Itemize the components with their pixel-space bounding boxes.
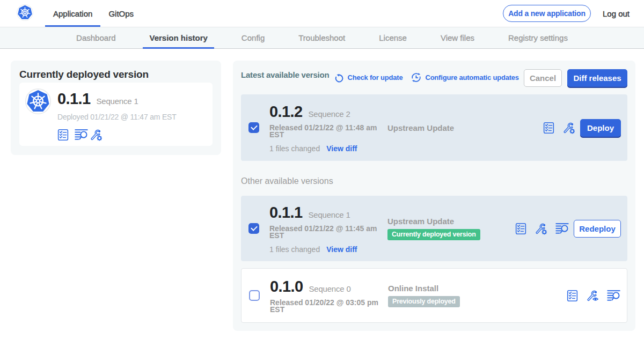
deployed-timestamp: Deployed 01/21/22 @ 11:47 am EST	[57, 113, 177, 121]
version-number: 0.1.0	[270, 279, 303, 294]
version-sequence: Sequence 0	[309, 284, 351, 293]
tab-gitops[interactable]: GitOps	[100, 0, 142, 27]
deploy-logs-icon[interactable]	[75, 129, 88, 141]
deployed-panel-title: Currently deployed version	[19, 68, 213, 79]
view-config-icon[interactable]	[586, 289, 599, 302]
subnav-tab-registry-settings[interactable]: Registry settings	[502, 27, 574, 48]
view-diff-link[interactable]: View diff	[326, 245, 357, 254]
edit-config-icon[interactable]	[90, 128, 103, 141]
deployed-sequence: Sequence 1	[97, 97, 138, 106]
subnav-tab-license[interactable]: License	[372, 27, 413, 48]
configure-updates-link[interactable]: Configure automatic updates	[411, 72, 518, 83]
version-checkbox[interactable]	[248, 122, 259, 133]
version-source: Upstream Update	[387, 217, 515, 226]
tab-application[interactable]: Application	[45, 0, 100, 27]
version-number: 0.1.1	[269, 205, 303, 220]
active-tab-underline	[45, 25, 100, 27]
subnav-tab-config[interactable]: Config	[235, 27, 271, 48]
app-logo	[25, 88, 51, 114]
edit-config-icon[interactable]	[562, 121, 575, 134]
version-row-0.1.1: 0.1.1 Sequence 1 Released 01/21/22 @ 11:…	[241, 196, 627, 261]
kubernetes-logo	[17, 4, 33, 21]
version-sequence: Sequence 2	[309, 109, 350, 119]
version-row-0.1.2: 0.1.2 Sequence 2 Released 01/21/22 @ 11:…	[241, 94, 627, 161]
version-history-panel: Latest available version Check for updat…	[233, 61, 635, 331]
preflight-checks-icon[interactable]	[543, 122, 554, 134]
version-number: 0.1.2	[269, 104, 303, 120]
subnav-tab-troubleshoot[interactable]: Troubleshoot	[292, 27, 352, 48]
currently-deployed-badge: Currently deployed version	[387, 229, 480, 240]
deploy-logs-icon[interactable]	[607, 290, 620, 302]
latest-version-title: Latest available version	[241, 69, 329, 79]
subnav-tab-dashboard[interactable]: Dashboard	[70, 27, 122, 48]
deploy-button[interactable]: Deploy	[580, 119, 621, 137]
preflight-checks-icon[interactable]	[515, 223, 526, 235]
deployed-version-panel: Currently deployed version 0.1.1 Sequenc…	[11, 61, 221, 155]
edit-config-icon[interactable]	[535, 222, 547, 235]
deployed-version-number: 0.1.1	[57, 91, 91, 107]
auto-update-icon	[411, 72, 422, 83]
released-timestamp: Released 01/21/22 @ 11:48 am EST	[269, 124, 382, 138]
version-source: Online Install	[388, 284, 567, 293]
files-changed: 1 files changed	[269, 144, 320, 153]
version-source: Upstream Update	[387, 123, 543, 132]
version-sequence: Sequence 1	[309, 210, 350, 219]
updates-header-row: Latest available version Check for updat…	[241, 69, 627, 87]
deployed-version-card: 0.1.1 Sequence 1 Deployed 01/21/22 @ 11:…	[19, 83, 213, 146]
preflight-checks-icon[interactable]	[567, 290, 578, 302]
preflight-checks-icon[interactable]	[57, 129, 69, 141]
subnav-tab-view-files[interactable]: View files	[434, 27, 481, 48]
deploy-logs-icon[interactable]	[555, 223, 569, 235]
previously-deployed-badge: Previously deployed	[388, 296, 460, 307]
top-header: Application GitOps Add a new application…	[0, 0, 644, 27]
files-changed: 1 files changed	[269, 245, 320, 254]
main-content: Currently deployed version 0.1.1 Sequenc…	[0, 61, 644, 331]
version-checkbox[interactable]	[249, 290, 260, 301]
refresh-icon	[333, 72, 344, 83]
diff-releases-button[interactable]: Diff releases	[567, 69, 627, 87]
released-timestamp: Released 01/20/22 @ 03:05 pm EST	[270, 299, 383, 313]
app-subnav: DashboardVersion historyConfigTroublesho…	[0, 27, 644, 49]
redeploy-button[interactable]: Redeploy	[574, 220, 621, 238]
check-for-update-link[interactable]: Check for update	[333, 72, 402, 83]
view-diff-link[interactable]: View diff	[326, 144, 357, 153]
version-checkbox[interactable]	[248, 223, 259, 234]
cancel-button[interactable]: Cancel	[524, 69, 562, 87]
released-timestamp: Released 01/21/22 @ 11:45 am EST	[269, 225, 382, 239]
subnav-tab-version-history[interactable]: Version history	[143, 27, 214, 48]
add-application-button[interactable]: Add a new application	[503, 5, 591, 22]
version-row-0.1.0: 0.1.0 Sequence 0 Released 01/20/22 @ 03:…	[241, 268, 627, 323]
app-nav: Application GitOps	[45, 0, 142, 27]
logout-link[interactable]: Log out	[603, 9, 630, 18]
other-versions-title: Other available versions	[241, 177, 627, 186]
